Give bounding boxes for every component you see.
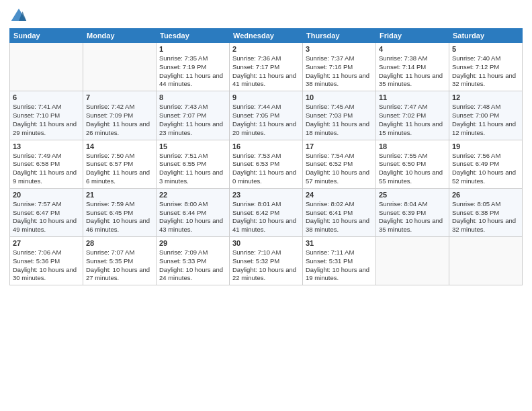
calendar-week-2: 6Sunrise: 7:41 AMSunset: 7:10 PMDaylight… xyxy=(10,91,523,140)
day-number: 23 xyxy=(232,191,300,199)
calendar-cell: 10Sunrise: 7:45 AMSunset: 7:03 PMDayligh… xyxy=(303,91,376,140)
day-number: 29 xyxy=(159,239,226,247)
day-number: 19 xyxy=(452,142,519,150)
day-number: 31 xyxy=(306,239,373,247)
logo-icon xyxy=(9,7,28,26)
calendar-cell: 30Sunrise: 7:10 AMSunset: 5:32 PMDayligh… xyxy=(230,237,303,285)
day-number: 11 xyxy=(379,93,446,101)
day-number: 27 xyxy=(13,239,80,247)
day-info: Sunrise: 8:02 AMSunset: 6:41 PMDaylight:… xyxy=(306,200,373,234)
calendar-cell: 3Sunrise: 7:37 AMSunset: 7:16 PMDaylight… xyxy=(303,43,376,91)
calendar-week-3: 13Sunrise: 7:49 AMSunset: 6:58 PMDayligh… xyxy=(10,140,523,188)
calendar-cell: 16Sunrise: 7:53 AMSunset: 6:53 PMDayligh… xyxy=(230,140,303,188)
day-info: Sunrise: 7:10 AMSunset: 5:32 PMDaylight:… xyxy=(232,248,300,283)
day-info: Sunrise: 7:54 AMSunset: 6:52 PMDaylight:… xyxy=(306,152,373,186)
day-info: Sunrise: 7:35 AMSunset: 7:19 PMDaylight:… xyxy=(159,54,226,89)
calendar-cell: 12Sunrise: 7:48 AMSunset: 7:00 PMDayligh… xyxy=(449,91,523,140)
day-number: 9 xyxy=(232,93,300,101)
day-number: 5 xyxy=(452,45,519,53)
calendar-cell: 8Sunrise: 7:43 AMSunset: 7:07 PMDaylight… xyxy=(157,91,230,140)
day-info: Sunrise: 8:01 AMSunset: 6:42 PMDaylight:… xyxy=(232,200,300,234)
calendar-cell xyxy=(83,43,157,91)
weekday-header-row: SundayMondayTuesdayWednesdayThursdayFrid… xyxy=(10,29,523,43)
day-info: Sunrise: 7:37 AMSunset: 7:16 PMDaylight:… xyxy=(306,54,373,89)
header xyxy=(9,7,523,26)
day-number: 24 xyxy=(306,191,373,199)
day-info: Sunrise: 7:49 AMSunset: 6:58 PMDaylight:… xyxy=(13,152,80,186)
day-number: 17 xyxy=(306,142,373,150)
calendar-cell: 5Sunrise: 7:40 AMSunset: 7:12 PMDaylight… xyxy=(449,43,523,91)
calendar-cell: 25Sunrise: 8:04 AMSunset: 6:39 PMDayligh… xyxy=(376,188,449,236)
day-number: 1 xyxy=(159,45,226,53)
calendar-cell xyxy=(449,237,523,285)
weekday-header-friday: Friday xyxy=(376,29,449,43)
day-info: Sunrise: 7:53 AMSunset: 6:53 PMDaylight:… xyxy=(232,152,300,186)
day-info: Sunrise: 7:09 AMSunset: 5:33 PMDaylight:… xyxy=(159,248,226,283)
day-info: Sunrise: 7:56 AMSunset: 6:49 PMDaylight:… xyxy=(452,152,519,186)
calendar-cell: 21Sunrise: 7:59 AMSunset: 6:45 PMDayligh… xyxy=(83,188,157,236)
day-number: 7 xyxy=(86,93,153,101)
day-info: Sunrise: 7:38 AMSunset: 7:14 PMDaylight:… xyxy=(379,54,446,89)
day-number: 13 xyxy=(13,142,80,150)
day-number: 21 xyxy=(86,191,153,199)
day-info: Sunrise: 7:45 AMSunset: 7:03 PMDaylight:… xyxy=(306,103,373,137)
calendar-cell: 18Sunrise: 7:55 AMSunset: 6:50 PMDayligh… xyxy=(376,140,449,188)
calendar-cell: 28Sunrise: 7:07 AMSunset: 5:35 PMDayligh… xyxy=(83,237,157,285)
day-info: Sunrise: 7:11 AMSunset: 5:31 PMDaylight:… xyxy=(306,248,373,283)
calendar-cell: 20Sunrise: 7:57 AMSunset: 6:47 PMDayligh… xyxy=(10,188,83,236)
calendar-cell: 29Sunrise: 7:09 AMSunset: 5:33 PMDayligh… xyxy=(157,237,230,285)
day-info: Sunrise: 7:36 AMSunset: 7:17 PMDaylight:… xyxy=(232,54,300,89)
weekday-header-tuesday: Tuesday xyxy=(157,29,230,43)
day-info: Sunrise: 7:42 AMSunset: 7:09 PMDaylight:… xyxy=(86,103,153,137)
calendar-cell: 17Sunrise: 7:54 AMSunset: 6:52 PMDayligh… xyxy=(303,140,376,188)
day-info: Sunrise: 7:43 AMSunset: 7:07 PMDaylight:… xyxy=(159,103,226,137)
calendar-cell: 7Sunrise: 7:42 AMSunset: 7:09 PMDaylight… xyxy=(83,91,157,140)
calendar-cell: 1Sunrise: 7:35 AMSunset: 7:19 PMDaylight… xyxy=(157,43,230,91)
day-info: Sunrise: 7:47 AMSunset: 7:02 PMDaylight:… xyxy=(379,103,446,137)
day-number: 2 xyxy=(232,45,300,53)
day-number: 15 xyxy=(159,142,226,150)
weekday-header-sunday: Sunday xyxy=(10,29,83,43)
day-info: Sunrise: 7:50 AMSunset: 6:57 PMDaylight:… xyxy=(86,152,153,186)
day-number: 10 xyxy=(306,93,373,101)
weekday-header-monday: Monday xyxy=(83,29,157,43)
calendar-cell: 2Sunrise: 7:36 AMSunset: 7:17 PMDaylight… xyxy=(230,43,303,91)
weekday-header-wednesday: Wednesday xyxy=(230,29,303,43)
day-info: Sunrise: 7:51 AMSunset: 6:55 PMDaylight:… xyxy=(159,152,226,186)
day-number: 18 xyxy=(379,142,446,150)
day-info: Sunrise: 7:41 AMSunset: 7:10 PMDaylight:… xyxy=(13,103,80,137)
calendar-cell: 11Sunrise: 7:47 AMSunset: 7:02 PMDayligh… xyxy=(376,91,449,140)
calendar-cell: 31Sunrise: 7:11 AMSunset: 5:31 PMDayligh… xyxy=(303,237,376,285)
calendar-cell xyxy=(10,43,83,91)
calendar-week-4: 20Sunrise: 7:57 AMSunset: 6:47 PMDayligh… xyxy=(10,188,523,236)
day-number: 25 xyxy=(379,191,446,199)
calendar-cell: 26Sunrise: 8:05 AMSunset: 6:38 PMDayligh… xyxy=(449,188,523,236)
calendar-body: 1Sunrise: 7:35 AMSunset: 7:19 PMDaylight… xyxy=(10,43,523,285)
day-info: Sunrise: 7:44 AMSunset: 7:05 PMDaylight:… xyxy=(232,103,300,137)
day-number: 4 xyxy=(379,45,446,53)
day-info: Sunrise: 7:55 AMSunset: 6:50 PMDaylight:… xyxy=(379,152,446,186)
calendar-cell: 6Sunrise: 7:41 AMSunset: 7:10 PMDaylight… xyxy=(10,91,83,140)
day-number: 30 xyxy=(232,239,300,247)
calendar-week-1: 1Sunrise: 7:35 AMSunset: 7:19 PMDaylight… xyxy=(10,43,523,91)
day-number: 3 xyxy=(306,45,373,53)
day-info: Sunrise: 7:06 AMSunset: 5:36 PMDaylight:… xyxy=(13,248,80,283)
calendar-cell xyxy=(376,237,449,285)
day-info: Sunrise: 8:05 AMSunset: 6:38 PMDaylight:… xyxy=(452,200,519,234)
day-info: Sunrise: 8:00 AMSunset: 6:44 PMDaylight:… xyxy=(159,200,226,234)
calendar-header: SundayMondayTuesdayWednesdayThursdayFrid… xyxy=(10,29,523,43)
calendar-table: SundayMondayTuesdayWednesdayThursdayFrid… xyxy=(9,28,523,285)
day-number: 20 xyxy=(13,191,80,199)
day-number: 6 xyxy=(13,93,80,101)
weekday-header-saturday: Saturday xyxy=(449,29,523,43)
day-number: 12 xyxy=(452,93,519,101)
calendar-cell: 22Sunrise: 8:00 AMSunset: 6:44 PMDayligh… xyxy=(157,188,230,236)
calendar-cell: 14Sunrise: 7:50 AMSunset: 6:57 PMDayligh… xyxy=(83,140,157,188)
calendar-cell: 15Sunrise: 7:51 AMSunset: 6:55 PMDayligh… xyxy=(157,140,230,188)
day-info: Sunrise: 7:48 AMSunset: 7:00 PMDaylight:… xyxy=(452,103,519,137)
day-info: Sunrise: 7:57 AMSunset: 6:47 PMDaylight:… xyxy=(13,200,80,234)
day-number: 22 xyxy=(159,191,226,199)
day-info: Sunrise: 8:04 AMSunset: 6:39 PMDaylight:… xyxy=(379,200,446,234)
day-info: Sunrise: 7:40 AMSunset: 7:12 PMDaylight:… xyxy=(452,54,519,89)
day-number: 14 xyxy=(86,142,153,150)
